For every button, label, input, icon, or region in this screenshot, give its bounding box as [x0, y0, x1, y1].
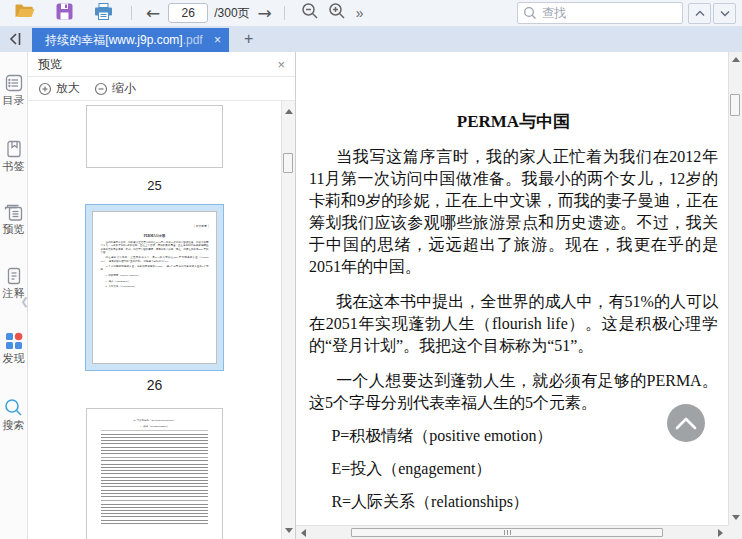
scroll-up-icon[interactable]	[285, 109, 293, 114]
thumbnail-scrollbar[interactable]	[281, 101, 295, 539]
zoom-out-button[interactable]	[301, 2, 319, 24]
paragraph: 我在这本书中提出，全世界的成人中，有51%的人可以在2051年实现蓬勃人生（fl…	[309, 291, 718, 357]
pdf-page-26: PERMA与中国 当我写这篇序言时，我的家人正忙着为我们在2012年11月第一次…	[309, 52, 718, 513]
thumbnail-page-26-selected[interactable]: 中文版序 PERMA与中国 当我写这篇序言时，我的家人正忙着为我们在2012年1…	[85, 204, 224, 371]
search-icon	[4, 398, 23, 417]
thumbnail-page-26-label: 26	[28, 377, 281, 393]
document-tab[interactable]: 持续的幸福[www.j9p.com].pdf ×	[32, 28, 229, 52]
print-icon	[94, 3, 113, 24]
sidebar-item-toc[interactable]: 目录	[0, 74, 27, 106]
preview-zoom-toolbar: 放大 缩小	[28, 77, 295, 101]
document-heading: PERMA与中国	[309, 110, 718, 133]
toc-icon	[5, 74, 23, 92]
scroll-down-icon[interactable]	[285, 528, 293, 533]
chevron-up-icon	[675, 417, 697, 430]
bookmark-icon	[5, 140, 23, 158]
preview-panel-close-button[interactable]: ×	[277, 57, 285, 72]
thumbnail-zoom-out-button[interactable]: 缩小	[94, 80, 136, 97]
new-tab-button[interactable]: +	[240, 26, 257, 52]
thumbnail-zoom-in-button[interactable]: 放大	[38, 80, 80, 97]
preview-panel-header: 预览 ×	[28, 52, 295, 77]
circle-minus-icon	[94, 82, 108, 96]
find-box	[517, 2, 683, 24]
perma-item-p: P=积极情绪（positive emotion）	[309, 425, 718, 447]
page-number-input[interactable]: 26	[168, 3, 208, 23]
zoom-out-icon	[301, 2, 319, 24]
find-next-button[interactable]	[713, 3, 736, 24]
sidebar-item-preview[interactable]: 预览	[0, 203, 27, 235]
scrollbar-corner	[728, 525, 742, 539]
mini-text-block	[101, 500, 208, 524]
vertical-scrollbar[interactable]	[728, 52, 742, 525]
thumbnail-page-27[interactable]: M=意义和目标（meaning and purpose） A=成就（accomp…	[86, 408, 223, 539]
preview-icon	[4, 203, 23, 221]
thumbnail-scrollbar-thumb[interactable]	[283, 153, 293, 173]
next-page-icon: →	[258, 5, 272, 22]
find-input[interactable]	[517, 2, 683, 24]
find-nav	[688, 3, 736, 24]
toolbar-separator	[131, 6, 132, 20]
mini-text-block	[101, 431, 208, 455]
thumbnail-page-26-preview: 中文版序 PERMA与中国 当我写这篇序言时，我的家人正忙着为我们在2012年1…	[92, 211, 217, 364]
previous-page-icon: ←	[146, 5, 160, 22]
circle-plus-icon	[38, 82, 52, 96]
sidebar-item-search[interactable]: 搜索	[0, 398, 27, 431]
chevron-up-icon	[695, 10, 705, 17]
preview-panel-title: 预览	[38, 56, 62, 73]
sidebar-item-discover[interactable]: 发现	[0, 332, 27, 364]
horizontal-scrollbar[interactable]	[296, 525, 728, 539]
search-icon	[523, 6, 537, 20]
open-folder-icon	[14, 3, 35, 23]
mini-text-block	[101, 457, 208, 497]
tab-bar: 持续的幸福[www.j9p.com].pdf × +	[0, 26, 742, 52]
toolbar-separator	[284, 6, 285, 20]
document-tab-title: 持续的幸福[www.j9p.com].pdf	[40, 32, 208, 49]
document-view[interactable]: PERMA与中国 当我写这篇序言时，我的家人正忙着为我们在2012年11月第一次…	[296, 52, 742, 539]
perma-item-e: E=投入（engagement）	[309, 458, 718, 480]
vertical-scrollbar-thumb[interactable]	[730, 94, 740, 116]
thumbnail-page-25[interactable]	[86, 105, 223, 168]
mini-title: PERMA与中国	[101, 234, 209, 239]
annotation-icon	[5, 267, 23, 285]
main-toolbar: ← 26 /300页 →	[0, 0, 742, 26]
scroll-down-icon[interactable]	[732, 515, 740, 520]
perma-item-r: R=人际关系（relationships）	[309, 491, 718, 513]
paragraph: 一个人想要达到蓬勃人生，就必须有足够的PERMA。这5个字母分别代表幸福人生的5…	[309, 370, 718, 414]
paragraph: 当我写这篇序言时，我的家人正忙着为我们在2012年11月第一次访问中国做准备。我…	[309, 146, 718, 278]
sidebar: 目录 书签 预览	[0, 52, 28, 539]
discover-icon	[5, 332, 23, 350]
thumbnail-list: 25 中文版序 PERMA与中国 当我写这篇序言时，我的家人正忙着为我们在201…	[28, 101, 281, 539]
pdf-reader-window: ← 26 /300页 →	[0, 0, 742, 539]
previous-page-button[interactable]: ←	[146, 5, 160, 22]
preview-panel: 预览 × 放大 缩小	[28, 52, 296, 539]
save-button[interactable]	[56, 3, 73, 24]
tab-close-button[interactable]: ×	[214, 33, 221, 47]
page-total-label: /300页	[214, 5, 249, 22]
find-previous-button[interactable]	[688, 3, 711, 24]
open-file-button[interactable]	[14, 3, 35, 23]
back-to-top-button[interactable]	[667, 404, 705, 442]
print-button[interactable]	[94, 3, 113, 24]
zoom-in-icon	[328, 2, 346, 24]
sidebar-item-bookmarks[interactable]: 书签	[0, 140, 27, 172]
next-page-button[interactable]: →	[258, 5, 272, 22]
mini-chapter-header: 中文版序	[194, 224, 209, 228]
sidebar-item-annotations[interactable]: 注释	[0, 267, 27, 299]
chevron-down-icon	[720, 10, 730, 17]
horizontal-scrollbar-thumb[interactable]	[351, 528, 663, 537]
save-icon	[56, 3, 73, 24]
more-tools-button[interactable]: »	[356, 5, 364, 21]
collapse-left-icon	[8, 31, 23, 47]
zoom-in-button[interactable]	[328, 2, 346, 24]
scroll-up-icon[interactable]	[732, 57, 740, 62]
thumbnail-page-25-label: 25	[28, 178, 281, 193]
scroll-right-icon[interactable]	[718, 529, 723, 537]
scroll-left-icon[interactable]	[301, 529, 306, 537]
collapse-tabs-button[interactable]	[8, 26, 23, 52]
